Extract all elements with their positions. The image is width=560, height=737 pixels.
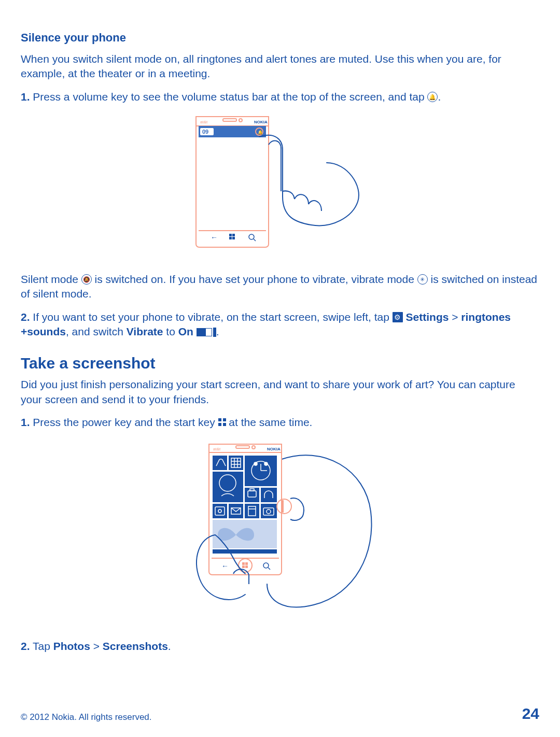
step-number: 1. <box>21 416 30 428</box>
svg-rect-16 <box>229 237 232 239</box>
on-label: On <box>178 325 193 337</box>
step-number: 2. <box>21 640 30 652</box>
text: to <box>163 325 178 337</box>
subheading-silence: Silence your phone <box>21 31 539 45</box>
step-2-silence: 2. If you want to set your phone to vibr… <box>21 310 539 339</box>
svg-text:NOKIA: NOKIA <box>254 120 268 124</box>
svg-rect-67 <box>282 500 284 513</box>
svg-text:←: ← <box>211 233 218 242</box>
svg-rect-17 <box>232 237 235 239</box>
settings-label: Settings <box>406 311 449 323</box>
text: Silent mode <box>21 273 81 285</box>
step-number: 1. <box>21 91 30 103</box>
step-number: 2. <box>21 311 30 323</box>
text: > <box>90 640 103 652</box>
svg-text:🔔: 🔔 <box>258 130 263 135</box>
svg-rect-29 <box>213 472 243 502</box>
svg-rect-11 <box>199 137 266 231</box>
copyright: © 2012 Nokia. All rights reserved. <box>21 712 152 722</box>
step-1-screenshot: 1. Press the power key and the start key… <box>21 415 539 430</box>
svg-rect-14 <box>229 234 232 236</box>
svg-rect-37 <box>213 549 277 554</box>
illustration-tap-volume: at&t NOKIA 09 🔔 ← <box>192 114 368 259</box>
text: . <box>168 640 171 652</box>
photos-label: Photos <box>53 640 90 652</box>
svg-text:09: 09 <box>202 129 208 135</box>
text: is switched on. If you have set your pho… <box>92 273 417 285</box>
heading-screenshot: Take a screenshot <box>21 355 539 372</box>
silent-mode-icon: 🔕 <box>81 274 92 285</box>
svg-point-47 <box>264 462 268 465</box>
svg-rect-32 <box>213 504 227 518</box>
svg-rect-26 <box>213 456 227 470</box>
svg-rect-27 <box>229 456 243 470</box>
svg-rect-31 <box>261 488 277 502</box>
windows-start-icon <box>218 418 226 426</box>
intro-silence: When you switch silent mode on, all ring… <box>21 52 539 81</box>
text: at the same time. <box>226 416 313 428</box>
text: , and switch <box>66 325 127 337</box>
text: If you want to set your phone to vibrate… <box>30 311 393 323</box>
step-text: Press a volume key to see the volume sta… <box>30 91 428 103</box>
svg-point-46 <box>254 462 257 465</box>
svg-rect-61 <box>245 562 248 565</box>
screenshots-label: Screenshots <box>103 640 168 652</box>
svg-rect-60 <box>242 562 245 565</box>
illustration-screenshot: at&t NOKIA <box>179 439 381 626</box>
vibrate-label: Vibrate <box>127 325 163 337</box>
svg-rect-30 <box>245 488 259 502</box>
step-text-end: . <box>438 91 441 103</box>
svg-rect-15 <box>232 234 235 236</box>
svg-text:←: ← <box>221 562 229 570</box>
svg-text:NOKIA: NOKIA <box>267 447 281 451</box>
step-1-silence: 1. Press a volume key to see the volume … <box>21 90 539 104</box>
svg-rect-62 <box>242 565 245 568</box>
text: Tap <box>30 640 53 652</box>
text: > <box>449 311 461 323</box>
intro-screenshot: Did you just finish personalizing your s… <box>21 377 539 407</box>
svg-rect-63 <box>245 565 248 568</box>
toggle-knob-icon <box>213 328 216 337</box>
settings-icon: ⚙ <box>393 312 403 322</box>
text: Press the power key and the start key <box>30 416 218 428</box>
text: . <box>216 325 219 337</box>
svg-text:at&t: at&t <box>200 120 208 124</box>
svg-rect-34 <box>245 504 259 518</box>
step-2-screenshot: 2. Tap Photos > Screenshots. <box>21 639 539 654</box>
ring-icon: 🔔 <box>427 92 438 102</box>
svg-text:at&t: at&t <box>213 447 221 451</box>
toggle-on-icon <box>197 328 212 336</box>
page-footer: © 2012 Nokia. All rights reserved. 24 <box>21 705 539 722</box>
silent-mode-note: Silent mode 🔕 is switched on. If you hav… <box>21 272 539 302</box>
svg-rect-33 <box>229 504 243 518</box>
page-number: 24 <box>522 705 539 722</box>
vibrate-mode-icon: ✳ <box>417 274 428 285</box>
